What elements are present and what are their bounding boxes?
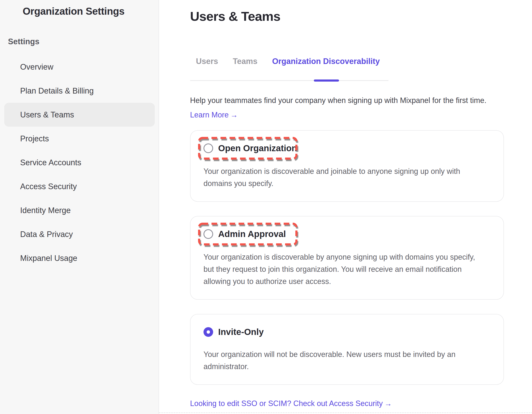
sidebar-item-label: Mixpanel Usage — [20, 254, 77, 263]
option-row: Admin Approval — [203, 229, 286, 239]
settings-sidebar: Organization Settings Settings Overview … — [0, 0, 159, 414]
app-window: Organization Settings Settings Overview … — [0, 0, 532, 414]
intro-text: Help your teammates find your company wh… — [190, 96, 517, 105]
sidebar-item-identity-merge[interactable]: Identity Merge — [4, 198, 155, 222]
option-label-admin-approval[interactable]: Admin Approval — [218, 229, 286, 239]
sidebar-item-overview[interactable]: Overview — [4, 55, 155, 79]
access-security-link[interactable]: Looking to edit SSO or SCIM? Check out A… — [190, 399, 392, 408]
radio-invite-only[interactable] — [203, 327, 213, 337]
option-description: Your organization is discoverable by any… — [203, 251, 484, 288]
option-card-invite-only: Invite-Only Your organization will not b… — [190, 314, 504, 385]
sidebar-item-label: Service Accounts — [20, 158, 81, 167]
radio-admin-approval[interactable] — [203, 229, 213, 239]
sidebar-item-plan-details-billing[interactable]: Plan Details & Billing — [4, 79, 155, 103]
option-description: Your organization is discoverable and jo… — [203, 165, 484, 190]
access-security-label: Looking to edit SSO or SCIM? Check out A… — [190, 399, 383, 408]
tab-teams[interactable]: Teams — [233, 57, 258, 80]
sidebar-item-label: Access Security — [20, 182, 77, 191]
sidebar-item-service-accounts[interactable]: Service Accounts — [4, 151, 155, 175]
option-label-invite-only[interactable]: Invite-Only — [218, 327, 264, 337]
sidebar-item-projects[interactable]: Projects — [4, 127, 155, 151]
sidebar-item-users-teams[interactable]: Users & Teams — [4, 103, 155, 127]
option-row: Invite-Only — [203, 327, 264, 337]
sidebar-item-label: Plan Details & Billing — [20, 86, 94, 95]
sidebar-title: Organization Settings — [23, 5, 159, 17]
tab-bar: UsersTeamsOrganization Discoverability — [190, 57, 389, 81]
sidebar-section-label: Settings — [8, 37, 159, 46]
radio-inner-dot — [207, 330, 210, 334]
tabs: UsersTeamsOrganization Discoverability — [190, 57, 389, 80]
sidebar-item-label: Users & Teams — [20, 110, 74, 119]
tab-organization-discoverability[interactable]: Organization Discoverability — [272, 57, 380, 80]
sidebar-item-access-security[interactable]: Access Security — [4, 175, 155, 198]
sidebar-item-label: Overview — [20, 63, 53, 72]
sidebar-item-data-privacy[interactable]: Data & Privacy — [4, 222, 155, 246]
option-label-open-organization[interactable]: Open Organization — [218, 143, 297, 153]
option-card-admin-approval: Admin Approval Your organization is disc… — [190, 216, 504, 300]
learn-more-link[interactable]: Learn More→ — [190, 111, 238, 119]
page-title: Users & Teams — [190, 9, 532, 24]
option-card-open-organization: Open Organization Your organization is d… — [190, 130, 504, 202]
radio-open-organization[interactable] — [203, 143, 213, 153]
option-description: Your organization will not be discoverab… — [203, 348, 484, 373]
option-row: Open Organization — [203, 143, 297, 153]
sidebar-item-label: Identity Merge — [20, 206, 71, 215]
sidebar-item-label: Projects — [20, 134, 49, 143]
tab-users[interactable]: Users — [196, 57, 218, 80]
bottom-dotted-divider — [159, 412, 532, 413]
sidebar-item-label: Data & Privacy — [20, 230, 73, 239]
main-content: Users & Teams UsersTeamsOrganization Dis… — [159, 0, 532, 414]
learn-more-label: Learn More — [190, 111, 229, 119]
sidebar-item-mixpanel-usage[interactable]: Mixpanel Usage — [4, 246, 155, 270]
discoverability-options: Open Organization Your organization is d… — [190, 130, 532, 385]
tab-bar-divider — [190, 80, 389, 81]
sidebar-nav: Overview Plan Details & Billing Users & … — [4, 55, 155, 270]
arrow-right-icon: → — [384, 399, 392, 408]
active-tab-indicator — [314, 79, 339, 82]
arrow-right-icon: → — [230, 111, 238, 119]
